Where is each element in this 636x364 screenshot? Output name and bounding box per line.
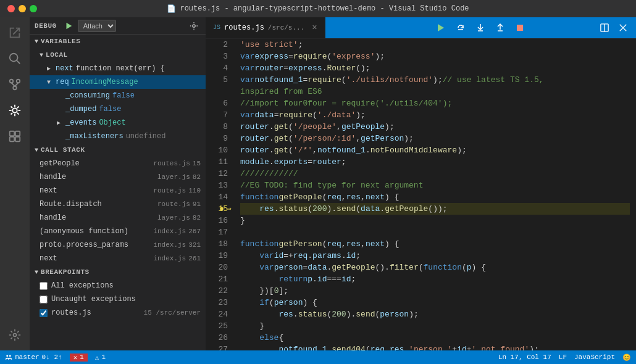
activity-settings[interactable]	[4, 325, 25, 345]
code-content: 'use strict'; var express = require('exp…	[235, 39, 630, 350]
breakpoint-routes-js-checkbox[interactable]	[40, 309, 48, 317]
debug-config-select[interactable]: Attach	[78, 20, 116, 32]
svg-point-14	[193, 24, 195, 27]
code-line-6: //import four0four = require('./utils/40…	[240, 97, 630, 109]
language-mode: JavaScript	[574, 354, 615, 361]
var-dumped[interactable]: _dumped false	[30, 102, 206, 116]
maximize-button[interactable]	[30, 5, 37, 12]
sync-status: 0↓ 2↑	[42, 354, 62, 361]
breakpoint-uncaught-exceptions-checkbox[interactable]	[40, 296, 48, 304]
activity-bar	[0, 17, 30, 350]
code-line-26: else {	[240, 332, 630, 344]
variables-arrow: ▼	[35, 38, 38, 45]
svg-marker-15	[438, 24, 444, 31]
status-line-ending[interactable]: LF	[559, 354, 567, 362]
callstack-arrow: ▼	[35, 147, 38, 154]
debug-stepinto-button[interactable]	[472, 20, 488, 36]
close-editor-button[interactable]	[615, 20, 631, 36]
window-controls[interactable]	[7, 5, 37, 12]
activity-extensions[interactable]	[4, 126, 25, 147]
debug-settings-button[interactable]	[187, 19, 201, 33]
var-events[interactable]: ▶ _events Object	[30, 116, 206, 130]
local-section-header[interactable]: ▼ Local	[30, 48, 206, 62]
code-line-7: var data = require('./data');	[240, 109, 630, 121]
callstack-item-routedispatch[interactable]: Route.dispatch route.js 91	[30, 197, 206, 211]
status-position[interactable]: Ln 17, Col 17	[498, 354, 551, 362]
debug-stepout-button[interactable]	[492, 20, 508, 36]
code-line-5b: inspired from ES6	[240, 86, 630, 97]
debug-toolbar: DEBUG Attach	[30, 17, 206, 35]
callstack-section-header[interactable]: ▼ CALL STACK	[30, 143, 206, 157]
cursor-position: Ln 17, Col 17	[498, 354, 551, 361]
debug-start-button[interactable]	[62, 19, 75, 33]
debug-stepover-button[interactable]	[453, 20, 469, 36]
breakpoints-section-header[interactable]: ▼ BREAKPOINTS	[30, 265, 206, 279]
status-warnings[interactable]: ⚠ 1	[95, 354, 106, 362]
callstack-item-next2[interactable]: next index.js 261	[30, 252, 206, 265]
tab-close-icon[interactable]: ×	[312, 23, 317, 33]
var-consuming[interactable]: _consuming false	[30, 89, 206, 102]
svg-line-5	[12, 83, 15, 86]
status-language[interactable]: JavaScript	[574, 354, 615, 362]
breakpoints-arrow: ▼	[35, 269, 38, 276]
code-line-11: module.exports = router;	[240, 156, 630, 168]
status-branch[interactable]: master 0↓ 2↑	[5, 354, 62, 361]
breakpoint-routes-js[interactable]: routes.js 15 /src/server	[30, 306, 206, 320]
code-line-13: //EG TODO: find type for next argument	[240, 180, 630, 191]
code-line-15: ⇒ ● res.status(200).send(data.getPeople(…	[240, 203, 630, 215]
callstack-title: CALL STACK	[41, 146, 85, 154]
callstack-item-handle2[interactable]: handle layer.js 82	[30, 211, 206, 225]
minimize-button[interactable]	[19, 5, 26, 12]
local-title: Local	[46, 51, 68, 59]
variables-section-header[interactable]: ▼ VARIABLES	[30, 35, 206, 48]
svg-point-4	[13, 86, 17, 90]
svg-line-1	[17, 60, 20, 64]
debug-continue-button[interactable]	[433, 20, 449, 36]
var-req[interactable]: ▼ req IncomingMessage	[30, 75, 206, 89]
tab-routes-js[interactable]: JS routes.js /src/s... ×	[206, 17, 325, 38]
close-button[interactable]	[7, 5, 15, 12]
breakpoint-all-exceptions-checkbox[interactable]	[40, 282, 48, 290]
code-line-16: }	[240, 215, 630, 226]
callstack-item-processparams[interactable]: proto.process_params index.js 321	[30, 238, 206, 252]
svg-rect-21	[517, 25, 523, 31]
svg-point-12	[14, 334, 17, 337]
variables-title: VARIABLES	[41, 38, 80, 45]
sidebar-content: ▼ VARIABLES ▼ Local ▶ next function next…	[30, 35, 206, 350]
code-line-5: var notfound_1 = require('./utils/notfou…	[240, 74, 630, 86]
var-next[interactable]: ▶ next function next(err) {	[30, 62, 206, 75]
editor-toolbar-right	[596, 20, 631, 36]
callstack-item-next1[interactable]: next route.js 110	[30, 184, 206, 197]
split-editor-button[interactable]	[596, 20, 613, 36]
code-editor[interactable]: 2 3 4 5 6 7 8 9 10 11 12 13 14 15 16 17 …	[206, 39, 636, 350]
debug-stop-button[interactable]	[512, 20, 528, 36]
status-smiley[interactable]: 😊	[622, 354, 631, 362]
status-errors[interactable]: ✕ 1	[70, 354, 88, 362]
callstack-item-anon[interactable]: (anonymous function) index.js 267	[30, 225, 206, 238]
activity-debug[interactable]	[4, 100, 25, 121]
activity-source-control[interactable]	[4, 74, 25, 95]
code-line-3: var express = require('express');	[240, 51, 630, 62]
activity-explorer[interactable]	[4, 22, 25, 43]
tab-path: /src/s...	[268, 24, 304, 31]
code-line-9: router.get('/person/:id', getPerson);	[240, 133, 630, 144]
editor-scrollbar[interactable]	[630, 39, 636, 350]
var-maxlisteners[interactable]: _maxListeners undefined	[30, 130, 206, 143]
editor-area: JS routes.js /src/s... ×	[206, 17, 636, 350]
breakpoint-uncaught-exceptions[interactable]: Uncaught exceptions	[30, 292, 206, 306]
svg-line-6	[15, 83, 19, 86]
code-line-10: router.get('/*', notfound_1.notFoundMidd…	[240, 144, 630, 156]
code-line-23: if (person) {	[240, 297, 630, 308]
line-numbers: 2 3 4 5 6 7 8 9 10 11 12 13 14 15 16 17 …	[206, 39, 235, 350]
activity-search[interactable]	[4, 48, 25, 69]
code-line-8: router.get('/people', getPeople);	[240, 121, 630, 133]
titlebar: 📄 routes.js - angular-typescript-hottowe…	[0, 0, 636, 17]
callstack-item-getpeople[interactable]: getPeople routes.js 15	[30, 157, 206, 170]
svg-point-7	[12, 108, 17, 112]
callstack-item-handle1[interactable]: handle layer.js 82	[30, 170, 206, 184]
svg-rect-11	[15, 137, 20, 141]
svg-point-3	[17, 80, 20, 83]
breakpoint-all-exceptions[interactable]: All exceptions	[30, 279, 206, 292]
var-next-arrow: ▶	[47, 65, 53, 72]
svg-rect-9	[15, 131, 20, 136]
